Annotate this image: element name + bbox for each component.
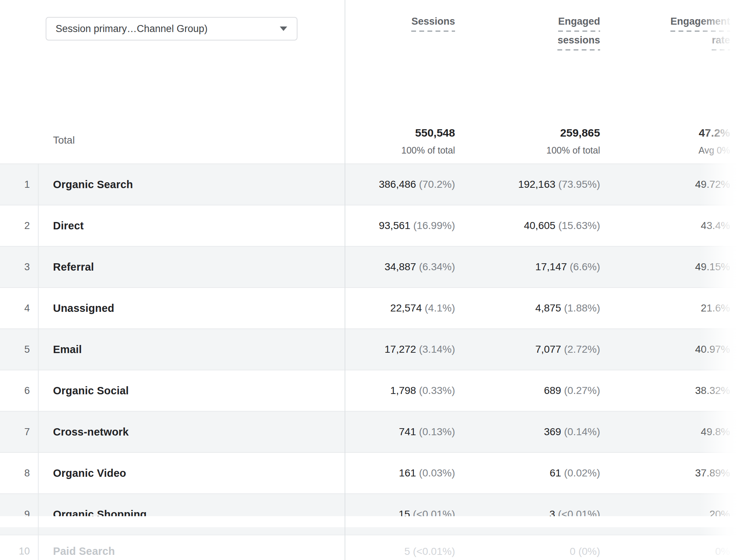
row-rank: 8	[0, 468, 38, 479]
table-body: 1Organic Search386,486 (70.2%)192,163 (7…	[0, 163, 754, 560]
column-header-label: sessions	[557, 34, 600, 50]
row-rank: 1	[0, 179, 38, 190]
engaged-sessions-percent: (2.72%)	[564, 344, 600, 355]
engaged-sessions-value: 61 (0.02%)	[460, 467, 605, 479]
sessions-number: 93,561	[379, 220, 411, 231]
sessions-percent: (<0.01%)	[413, 546, 455, 557]
channel-name: Direct	[38, 220, 345, 232]
sessions-value: 93,561 (16.99%)	[345, 220, 460, 232]
column-header-engaged-sessions[interactable]: Engaged sessions	[460, 0, 605, 53]
sessions-percent: (0.03%)	[419, 467, 455, 479]
engagement-rate-value: 21.6%	[605, 302, 735, 314]
column-header-engagement-rate[interactable]: Engagement rate	[605, 0, 735, 53]
table-header-row: Session primary…Channel Group) Sessions …	[0, 0, 754, 121]
engaged-sessions-percent: (0%)	[578, 546, 600, 557]
sessions-percent: (6.34%)	[419, 261, 455, 272]
table-row: 7Cross-network741 (0.13%)369 (0.14%)49.8…	[0, 411, 754, 452]
totals-label: Total	[38, 134, 345, 146]
engaged-sessions-percent: (0.02%)	[564, 467, 600, 479]
sessions-number: 5	[404, 546, 410, 557]
engagement-rate-value: 37.89%	[605, 467, 735, 479]
sessions-percent: (3.14%)	[419, 344, 455, 355]
sessions-value: 161 (0.03%)	[345, 467, 460, 479]
table-row: 6Organic Social1,798 (0.33%)689 (0.27%)3…	[0, 370, 754, 411]
sessions-value: 1,798 (0.33%)	[345, 385, 460, 397]
engaged-sessions-percent: (0.27%)	[564, 385, 600, 396]
engaged-sessions-percent: (0.14%)	[564, 426, 600, 437]
engaged-sessions-percent: (1.88%)	[564, 302, 600, 314]
engaged-sessions-value: 7,077 (2.72%)	[460, 344, 605, 355]
horizontal-scrollbar-gutter[interactable]	[0, 516, 754, 527]
engagement-rate-value: 49.8%	[605, 426, 735, 438]
engaged-sessions-value: 689 (0.27%)	[460, 385, 605, 397]
channel-name: Organic Video	[38, 467, 345, 479]
table-row: 3Referral34,887 (6.34%)17,147 (6.6%)49.1…	[0, 246, 754, 287]
row-rank: 7	[0, 426, 38, 438]
column-header-label: rate	[712, 34, 730, 50]
channel-name: Organic Social	[38, 385, 345, 397]
totals-engagement-rate: 47.2% Avg 0%	[605, 126, 735, 156]
channel-name: Email	[38, 344, 345, 356]
table-row: 5Email17,272 (3.14%)7,077 (2.72%)40.97%	[0, 328, 754, 370]
engaged-sessions-number: 369	[544, 426, 561, 437]
totals-engagement-rate-value: 47.2%	[699, 126, 730, 140]
engagement-rate-value: 38.32%	[605, 385, 735, 397]
sessions-value: 386,486 (70.2%)	[345, 179, 460, 190]
engaged-sessions-number: 61	[550, 467, 561, 479]
engaged-sessions-value: 369 (0.14%)	[460, 426, 605, 438]
sessions-number: 17,272	[385, 344, 416, 355]
engaged-sessions-number: 40,605	[524, 220, 556, 231]
engagement-rate-value: 49.72%	[605, 179, 735, 190]
channel-group-report-table: Session primary…Channel Group) Sessions …	[0, 0, 754, 560]
row-rank: 6	[0, 385, 38, 397]
engaged-sessions-number: 17,147	[535, 261, 567, 272]
row-rank: 2	[0, 220, 38, 232]
column-header-label: Engagement	[670, 15, 730, 32]
channel-name: Referral	[38, 261, 345, 273]
engaged-sessions-percent: (73.95%)	[558, 179, 600, 190]
rank-column-divider	[38, 163, 39, 560]
row-rank: 4	[0, 303, 38, 314]
table-row: 10Paid Search5 (<0.01%)0 (0%)0%	[0, 535, 754, 560]
sessions-value: 741 (0.13%)	[345, 426, 460, 438]
engaged-sessions-number: 4,875	[535, 302, 561, 314]
table-row: 8Organic Video161 (0.03%)61 (0.02%)37.89…	[0, 452, 754, 493]
dimension-dropdown[interactable]: Session primary…Channel Group)	[46, 17, 297, 40]
table-row: 4Unassigned22,574 (4.1%)4,875 (1.88%)21.…	[0, 287, 754, 328]
column-header-sessions[interactable]: Sessions	[345, 0, 460, 34]
sessions-percent: (16.99%)	[413, 220, 455, 231]
table-row: 2Direct93,561 (16.99%)40,605 (15.63%)43.…	[0, 205, 754, 246]
sessions-number: 386,486	[379, 179, 416, 190]
engaged-sessions-percent: (6.6%)	[570, 261, 600, 272]
engagement-rate-value: 0%	[605, 546, 735, 557]
engagement-rate-value: 43.4%	[605, 220, 735, 232]
engaged-sessions-value: 192,163 (73.95%)	[460, 179, 605, 190]
sessions-percent: (4.1%)	[425, 302, 455, 314]
engaged-sessions-value: 17,147 (6.6%)	[460, 261, 605, 273]
engaged-sessions-number: 0	[570, 546, 576, 557]
sessions-number: 34,887	[385, 261, 416, 272]
sessions-number: 1,798	[390, 385, 416, 396]
sessions-number: 22,574	[390, 302, 422, 314]
channel-name: Unassigned	[38, 302, 345, 314]
sessions-value: 5 (<0.01%)	[345, 546, 460, 557]
sessions-percent: (0.13%)	[419, 426, 455, 437]
sessions-number: 741	[399, 426, 416, 437]
table-row: 1Organic Search386,486 (70.2%)192,163 (7…	[0, 163, 754, 205]
sessions-value: 22,574 (4.1%)	[345, 302, 460, 314]
engagement-rate-value: 49.15%	[605, 261, 735, 273]
engaged-sessions-percent: (15.63%)	[558, 220, 600, 231]
row-rank: 3	[0, 261, 38, 273]
sessions-value: 17,272 (3.14%)	[345, 344, 460, 355]
row-rank: 5	[0, 344, 38, 355]
dimension-metrics-divider	[345, 0, 345, 560]
column-header-label: Engaged	[558, 15, 600, 32]
sessions-value: 34,887 (6.34%)	[345, 261, 460, 273]
engaged-sessions-number: 7,077	[535, 344, 561, 355]
dimension-dropdown-label: Session primary…Channel Group)	[56, 23, 208, 35]
sessions-number: 161	[399, 467, 416, 479]
engaged-sessions-value: 40,605 (15.63%)	[460, 220, 605, 232]
engaged-sessions-value: 0 (0%)	[460, 546, 605, 557]
sessions-percent: (0.33%)	[419, 385, 455, 396]
totals-sessions-subtext: 100% of total	[401, 145, 455, 156]
